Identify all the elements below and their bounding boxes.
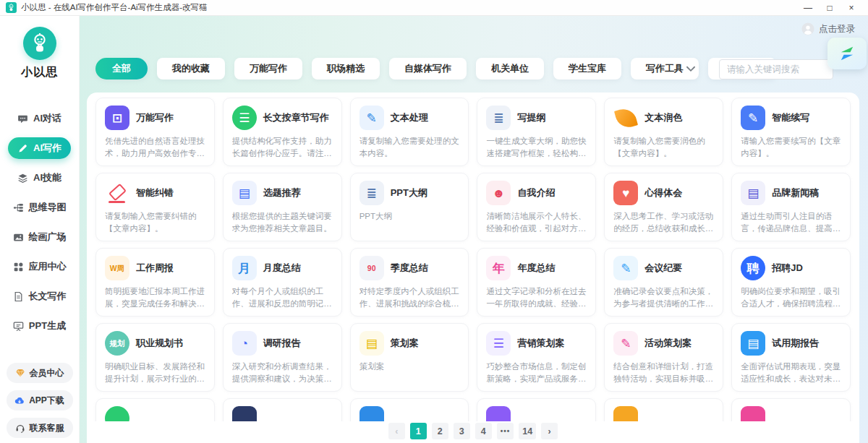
sidebar-item-ai-chat[interactable]: AI对话 [8, 108, 71, 129]
tool-card-partial[interactable] [731, 398, 851, 421]
chevron-down-icon[interactable] [684, 62, 697, 75]
sidebar-item-label: 绘画广场 [29, 231, 67, 244]
sidebar-item-app-center[interactable]: 应用中心 [4, 256, 76, 278]
tool-card-partial[interactable] [223, 398, 342, 421]
tool-card-8[interactable]: ▤ 选题推荐 根据您提供的主题关键词要求为您推荐相关文章题目。 [223, 173, 342, 241]
tool-card-18[interactable]: 聘 招聘JD 明确岗位要求和期望，吸引合适人才，确保招聘流程高效顺利 [731, 248, 851, 317]
tool-card-6[interactable]: ✎ 智能续写 请输入您需要续写的【文章内容】。 [731, 98, 851, 166]
robot-logo-icon [27, 31, 52, 56]
tool-card-24[interactable]: ▤ 试用期报告 全面评估试用期表现，突显适应性和成长，表达对未来的承诺... [731, 323, 851, 392]
tab-workplace[interactable]: 职场精选 [312, 58, 380, 79]
pagination-page-2[interactable]: 2 [432, 423, 448, 439]
search-input[interactable] [719, 59, 833, 79]
tab-government[interactable]: 机关单位 [476, 58, 544, 79]
outline-icon: ≣ [486, 106, 511, 130]
mindmap-icon [13, 202, 24, 213]
pagination-prev-button[interactable]: ‹ [388, 423, 405, 439]
card-description: 请输入您需要续写的【文章内容】。 [741, 135, 841, 160]
card-title: 文本处理 [391, 111, 428, 124]
pagination-page-14[interactable]: 14 [519, 423, 536, 439]
tool-card-1[interactable]: ⊡ 万能写作 凭借先进的自然语言处理技术，助力用户高效创作专业、多样... [95, 98, 215, 166]
tool-card-partial[interactable] [604, 398, 723, 421]
monthly-summary-icon: 月 [232, 256, 257, 280]
tool-card-11[interactable]: ♥ 心得体会 深入思考工作、学习或活动的经历，总结收获和成长，为未来... [604, 173, 723, 241]
tool-card-16[interactable]: 年 年度总结 通过文字记录和分析在过去一年所取得的成就、经验和教训，... [477, 248, 596, 317]
tab-favorites[interactable]: 我的收藏 [157, 58, 225, 79]
pagination-next-button[interactable]: › [541, 423, 558, 439]
sidebar-footer-app-download[interactable]: APP下载 [7, 390, 73, 410]
sidebar-item-mindmap[interactable]: 思维导图 [4, 197, 76, 218]
tool-card-partial[interactable] [350, 398, 469, 421]
tool-card-5[interactable]: 文本润色 请复制输入您需要润色的【文章内容】。 [604, 98, 723, 166]
tool-card-22[interactable]: ☰ 营销策划案 巧妙整合市场信息，制定创新策略，实现产品或服务的成功推... [477, 323, 596, 392]
category-tabs: 全部我的收藏万能写作职场精选自媒体写作机关单位学生宝库写作工具教师辅助 [95, 58, 776, 79]
sidebar-footer-label: 会员中心 [30, 367, 64, 379]
app-logo [23, 27, 56, 60]
tab-label: 万能写作 [250, 63, 287, 74]
pagination-page-3[interactable]: 3 [454, 423, 470, 439]
sidebar-item-label: PPT生成 [29, 319, 66, 332]
close-button[interactable]: × [841, 0, 862, 16]
tool-card-2[interactable]: ☰ 长文按章节写作 提供结构化写作支持，助力长篇创作得心应手。请注意，系统... [223, 98, 342, 166]
tab-label: 写作工具 [646, 63, 684, 74]
sidebar-item-label: 思维导图 [29, 201, 67, 214]
main-area: 点击登录 全部我的收藏万能写作职场精选自媒体写作机关单位学生宝库写作工具教师辅助… [80, 16, 868, 443]
sidebar-footer-member-center[interactable]: 会员中心 [7, 363, 73, 383]
pagination-page-4[interactable]: 4 [475, 423, 492, 439]
sidebar-item-long-writing[interactable]: 长文写作 [4, 285, 76, 307]
sidebar-item-ppt-generate[interactable]: PPT生成 [4, 315, 75, 337]
tab-student[interactable]: 学生宝库 [553, 58, 621, 79]
meeting-notes-icon: ✎ [613, 256, 638, 280]
tool-card-19[interactable]: 规划 职业规划书 明确职业目标、发展路径和提升计划，展示对行业的深刻理解... [95, 323, 215, 392]
tool-card-14[interactable]: 月 月度总结 对每个月个人或组织的工作、进展和反思的简明记录和分析 [223, 248, 342, 317]
sidebar: 小以思 AI对话 AI写作 AI技能 思维导图 绘画广场 应用中心 长文写作 P… [0, 16, 80, 443]
sidebar-item-label: 长文写作 [29, 290, 67, 303]
tool-card-9[interactable]: ≣ PPT大纲 PPT大纲 [350, 173, 469, 241]
tool-card-partial[interactable] [95, 398, 215, 421]
card-title: 活动策划案 [644, 337, 692, 350]
tool-card-23[interactable]: ✎ 活动策划案 结合创意和详细计划，打造独特活动，实现目标并吸引目标受众 [604, 323, 723, 392]
sidebar-footer: 会员中心 APP下载 联系客服 [0, 363, 79, 438]
card-description: 结合创意和详细计划，打造独特活动，实现目标并吸引目标受众 [613, 361, 714, 386]
sidebar-item-drawing-plaza[interactable]: 绘画广场 [4, 226, 76, 248]
sidebar-item-ai-writing[interactable]: AI写作 [8, 137, 71, 159]
plan-doc-icon: ▤ [359, 331, 384, 356]
tool-card-10[interactable]: ☻ 自我介绍 清晰简洁地展示个人特长、经验和价值观，引起对方兴趣并展... [477, 173, 596, 241]
tab-all[interactable]: 全部 [95, 58, 148, 79]
login-button[interactable]: 点击登录 [801, 22, 855, 35]
card-description: 凭借先进的自然语言处理技术，助力用户高效创作专业、多样... [105, 135, 205, 160]
card-title: 营销策划案 [517, 337, 564, 350]
tab-universal[interactable]: 万能写作 [234, 58, 302, 79]
card-description: 请复制输入您需要处理的文本内容。 [359, 135, 460, 160]
card-description: 通过文字记录和分析在过去一年所取得的成就、经验和教训，... [486, 285, 587, 311]
maximize-button[interactable]: □ [819, 0, 841, 16]
card-description: 准确记录会议要点和决策，为参与者提供清晰的工作方向和责任 [613, 285, 714, 311]
minimize-button[interactable]: — [797, 0, 819, 16]
purple-tool-icon [486, 406, 511, 421]
pagination-ellipsis[interactable]: ••• [497, 423, 514, 439]
tool-card-4[interactable]: ≣ 写提纲 一键生成文章大纲，助您快速搭建写作框架，轻松构建逻辑清... [477, 98, 596, 166]
card-description: 请复制输入您需要纠错的【文章内容】。 [105, 210, 205, 236]
tool-card-15[interactable]: 90 季度总结 对特定季度内个人或组织工作、进展和挑战的综合梳理和评估 [350, 248, 469, 317]
sidebar-item-ai-skills[interactable]: AI技能 [8, 167, 71, 189]
card-title: 写提纲 [517, 111, 545, 124]
card-title: 工作周报 [136, 262, 174, 275]
tool-card-21[interactable]: ▤ 策划案 策划案 [350, 323, 469, 392]
window-controls: — □ × [797, 0, 862, 16]
pagination-page-1[interactable]: 1 [410, 423, 427, 439]
card-title: 智能纠错 [136, 186, 174, 199]
floating-assistant-button[interactable] [827, 38, 867, 69]
card-description: 简明扼要地汇报本周工作进展，突显完成任务和解决问题的能力 [105, 285, 205, 311]
card-title: 季度总结 [391, 262, 428, 275]
sidebar-footer-contact-support[interactable]: 联系客服 [7, 418, 73, 438]
tool-card-17[interactable]: ✎ 会议纪要 准确记录会议要点和决策，为参与者提供清晰的工作方向和责任 [604, 248, 723, 317]
tool-card-20[interactable]: ◔ 调研报告 深入研究和分析调查结果，提供洞察和建议，为决策提供有力... [223, 323, 342, 392]
tool-card-13[interactable]: W周 工作周报 简明扼要地汇报本周工作进展，突显完成任务和解决问题的能力 [95, 248, 215, 317]
chat-icon [17, 113, 28, 124]
tool-card-12[interactable]: ▤ 品牌新闻稿 通过生动而引人注目的语言，传递品牌信息、提高品牌曝光度 [731, 173, 851, 241]
tool-card-7[interactable]: 智能纠错 请复制输入您需要纠错的【文章内容】。 [95, 173, 215, 241]
tool-card-partial[interactable] [477, 398, 596, 421]
tab-self-media[interactable]: 自媒体写作 [389, 58, 467, 79]
tool-card-3[interactable]: ✎ 文本处理 请复制输入您需要处理的文本内容。 [350, 98, 469, 166]
pink-tool-icon [741, 406, 765, 421]
